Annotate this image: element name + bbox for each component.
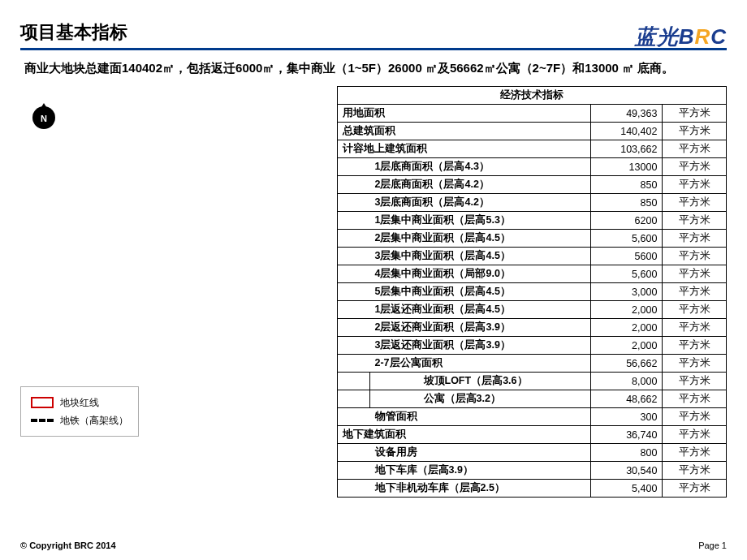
row-label: 1层返还商业面积（层高4.5）: [370, 301, 591, 319]
row-unit: 平方米: [663, 105, 727, 123]
row-unit: 平方米: [663, 176, 727, 194]
row-label: 2层底商面积（层高4.2）: [370, 176, 591, 194]
row-value: 30,540: [591, 462, 663, 480]
table-caption: 经济技术指标: [338, 87, 727, 105]
row-label: 3层底商面积（层高4.2）: [370, 194, 591, 212]
row-value: 56,662: [591, 355, 663, 373]
table-row: 计容地上建筑面积103,662平方米: [338, 140, 727, 158]
row-label: 坡顶LOFT（层高3.6）: [419, 373, 591, 390]
title-bar: 项目基本指标 蓝光BRC: [20, 16, 727, 50]
page-number: Page 1: [698, 541, 727, 550]
row-unit: 平方米: [663, 283, 727, 301]
table-row: 用地面积49,363平方米: [338, 105, 727, 123]
row-value: 800: [591, 444, 663, 462]
row-label: 总建筑面积: [338, 123, 591, 140]
copyright: © Copyright BRC 2014: [20, 541, 116, 550]
row-value: 2,000: [591, 337, 663, 355]
metro-swatch-icon: [31, 419, 54, 422]
row-value: 850: [591, 194, 663, 212]
row-unit: 平方米: [663, 158, 727, 176]
row-label: 用地面积: [338, 105, 591, 123]
redline-swatch-icon: [31, 397, 54, 408]
table-row: 1层集中商业面积（层高5.3）6200平方米: [338, 212, 727, 230]
footer: © Copyright BRC 2014 Page 1: [20, 541, 727, 550]
table-row: 4层集中商业面积（局部9.0）5,600平方米: [338, 265, 727, 283]
table-row: 地下建筑面积36,740平方米: [338, 426, 727, 444]
table-row: 5层集中商业面积（层高4.5）3,000平方米: [338, 283, 727, 301]
row-unit: 平方米: [663, 462, 727, 480]
table-row: 3层返还商业面积（层高3.9）2,000平方米: [338, 337, 727, 355]
row-unit: 平方米: [663, 265, 727, 283]
table-row: 3层集中商业面积（层高4.5）5600平方米: [338, 248, 727, 265]
row-value: 5600: [591, 248, 663, 265]
row-value: 2,000: [591, 319, 663, 337]
row-label: 地下车库（层高3.9）: [370, 462, 591, 480]
row-value: 5,600: [591, 230, 663, 248]
row-label: 1层底商面积（层高4.3）: [370, 158, 591, 176]
table-row: 2层集中商业面积（层高4.5）5,600平方米: [338, 230, 727, 248]
row-value: 13000: [591, 158, 663, 176]
table-row: 地下非机动车库（层高2.5）5,400平方米: [338, 480, 727, 498]
row-value: 8,000: [591, 373, 663, 390]
row-unit: 平方米: [663, 123, 727, 140]
row-value: 2,000: [591, 301, 663, 319]
row-unit: 平方米: [663, 337, 727, 355]
row-label: 设备用房: [370, 444, 591, 462]
row-unit: 平方米: [663, 408, 727, 426]
row-label: 2-7层公寓面积: [370, 355, 591, 373]
legend-metro: 地铁（高架线）: [31, 411, 128, 429]
row-unit: 平方米: [663, 230, 727, 248]
row-value: 36,740: [591, 426, 663, 444]
row-value: 49,363: [591, 105, 663, 123]
row-label: 公寓（层高3.2）: [419, 390, 591, 408]
row-label: 3层返还商业面积（层高3.9）: [370, 337, 591, 355]
row-label: 2层集中商业面积（层高4.5）: [370, 230, 591, 248]
row-label: 3层集中商业面积（层高4.5）: [370, 248, 591, 265]
row-label: 4层集中商业面积（局部9.0）: [370, 265, 591, 283]
row-label: 2层返还商业面积（层高3.9）: [370, 319, 591, 337]
row-value: 140,402: [591, 123, 663, 140]
row-value: 6200: [591, 212, 663, 230]
logo: 蓝光BRC: [127, 23, 727, 51]
row-label: 1层集中商业面积（层高5.3）: [370, 212, 591, 230]
row-unit: 平方米: [663, 140, 727, 158]
row-value: 3,000: [591, 283, 663, 301]
table-row: 坡顶LOFT（层高3.6）8,000平方米: [338, 373, 727, 390]
row-unit: 平方米: [663, 319, 727, 337]
table-row: 物管面积300平方米: [338, 408, 727, 426]
table-row: 公寓（层高3.2）48,662平方米: [338, 390, 727, 408]
table-row: 1层返还商业面积（层高4.5）2,000平方米: [338, 301, 727, 319]
row-unit: 平方米: [663, 248, 727, 265]
table-row: 设备用房800平方米: [338, 444, 727, 462]
legend-redline: 地块红线: [31, 394, 128, 411]
row-value: 5,600: [591, 265, 663, 283]
table-row: 2层底商面积（层高4.2）850平方米: [338, 176, 727, 194]
row-unit: 平方米: [663, 373, 727, 390]
legend: 地块红线 地铁（高架线）: [20, 386, 139, 437]
row-value: 48,662: [591, 390, 663, 408]
row-label: 地下建筑面积: [338, 426, 591, 444]
row-value: 5,400: [591, 480, 663, 498]
row-value: 850: [591, 176, 663, 194]
row-unit: 平方米: [663, 212, 727, 230]
row-unit: 平方米: [663, 301, 727, 319]
compass-icon: N: [32, 106, 55, 129]
page-title: 项目基本指标: [20, 20, 127, 45]
row-label: 计容地上建筑面积: [338, 140, 591, 158]
row-unit: 平方米: [663, 426, 727, 444]
row-unit: 平方米: [663, 194, 727, 212]
table-row: 1层底商面积（层高4.3）13000平方米: [338, 158, 727, 176]
table-row: 总建筑面积140,402平方米: [338, 123, 727, 140]
row-unit: 平方米: [663, 390, 727, 408]
table-row: 2-7层公寓面积56,662平方米: [338, 355, 727, 373]
row-unit: 平方米: [663, 355, 727, 373]
row-unit: 平方米: [663, 444, 727, 462]
row-value: 300: [591, 408, 663, 426]
table-row: 地下车库（层高3.9）30,540平方米: [338, 462, 727, 480]
row-label: 物管面积: [370, 408, 591, 426]
table-row: 3层底商面积（层高4.2）850平方米: [338, 194, 727, 212]
row-label: 地下非机动车库（层高2.5）: [370, 480, 591, 498]
row-value: 103,662: [591, 140, 663, 158]
row-unit: 平方米: [663, 480, 727, 498]
metrics-table: 经济技术指标 用地面积49,363平方米总建筑面积140,402平方米计容地上建…: [337, 86, 727, 498]
